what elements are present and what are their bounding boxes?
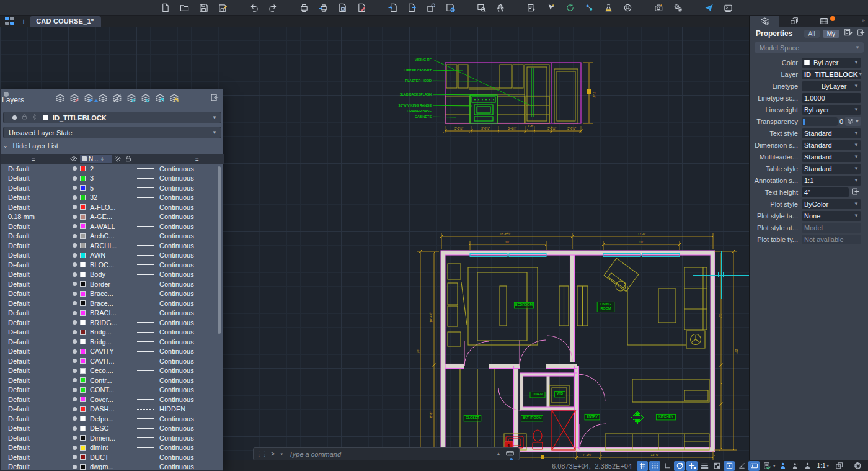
annot-visibility-caret[interactable]: ▾	[773, 464, 776, 469]
value-select[interactable]: ID_TITLEBLOCK▼	[802, 70, 861, 79]
layer-row[interactable]: DefaultCAVIT...Continuous	[1, 356, 224, 366]
layer-row[interactable]: DefaultCover...Continuous	[1, 395, 224, 405]
layer-on-icon[interactable]	[141, 93, 151, 105]
current-layer-dropdown[interactable]: ID_TITLEBLOCK ▼	[3, 112, 221, 123]
command-bar-grip[interactable]: ⋮⋮	[256, 451, 267, 457]
layer-unlock-icon[interactable]	[169, 93, 179, 105]
value-select[interactable]: 1:1▼	[802, 176, 861, 186]
command-history-toggle[interactable]: ▲	[496, 451, 501, 457]
layer-row[interactable]: DefaultBRIDG...Continuous	[1, 318, 224, 328]
command-bar[interactable]: ⋮⋮ >_ ▾ Type a command ▲	[253, 447, 520, 460]
tab-properties[interactable]	[750, 16, 779, 27]
layer-row[interactable]: DefaultCeco....Continuous	[1, 366, 224, 376]
grid-toggle-icon[interactable]	[637, 461, 648, 471]
ortho-toggle-icon[interactable]	[662, 461, 673, 471]
layer-row[interactable]: DefaultBrace...Continuous	[1, 289, 224, 299]
layer-row[interactable]: DefaultdimintContinuous	[1, 443, 224, 453]
hide-layer-list-toggle[interactable]: ⌄ Hide Layer List	[3, 142, 58, 150]
layer-isolate-icon[interactable]	[112, 93, 122, 105]
value-select[interactable]: ByLayer▼	[802, 105, 861, 115]
freeze-column-icon[interactable]	[114, 155, 122, 164]
layer-merge-icon[interactable]	[98, 93, 108, 105]
value-select[interactable]: Standard▼	[802, 140, 861, 150]
tab-sheets[interactable]	[809, 16, 839, 27]
menu-icon[interactable]: ≡	[32, 156, 35, 163]
snap-toggle-icon[interactable]	[649, 461, 660, 471]
layer-list-scrollbar[interactable]	[218, 166, 221, 334]
layer-row[interactable]: DefaultContr...Continuous	[1, 375, 224, 385]
polar-toggle-icon[interactable]	[674, 461, 685, 471]
layer-row[interactable]: DefaultDUCTContinuous	[1, 452, 224, 462]
value-input[interactable]: 1.0000	[802, 93, 861, 103]
filter-my-button[interactable]: My	[823, 30, 839, 38]
value-select[interactable]: Standard▼	[802, 164, 861, 174]
osnap-toggle-icon[interactable]	[724, 461, 735, 471]
layer-row[interactable]: DefaultA-FLO...Continuous	[1, 202, 224, 212]
prompt-caret-icon[interactable]: ▾	[280, 452, 283, 457]
layer-row[interactable]: DefaultBorderContinuous	[1, 279, 224, 289]
layer-row[interactable]: DefaultBridg...Continuous	[1, 337, 224, 347]
layer-row[interactable]: DefaultBridg...Continuous	[1, 328, 224, 338]
value-select[interactable]: ByColor▼	[802, 199, 861, 209]
layer-lock-icon[interactable]	[155, 93, 165, 105]
layer-new-icon[interactable]	[84, 93, 94, 105]
layer-row[interactable]: DefaultDefpo...Continuous	[1, 414, 224, 424]
layer-row[interactable]: Default5Continuous	[1, 183, 224, 193]
layer-list-column-header[interactable]: ≡ N... ⇕ ≡	[1, 154, 224, 164]
layer-row[interactable]: DefaultARCHI...Continuous	[1, 241, 224, 251]
transparency-layers-button[interactable]: ▼	[845, 117, 861, 126]
name-column-sort[interactable]: N... ⇕	[80, 155, 112, 163]
customization-gear-icon[interactable]	[852, 461, 863, 471]
annot-visibility-toggle-icon[interactable]	[761, 461, 772, 471]
hatch-toggle-icon[interactable]	[711, 461, 722, 471]
annot-auto-toggle-icon[interactable]	[790, 461, 801, 471]
layer-row[interactable]: DefaultDASH...HIDDEN	[1, 405, 224, 415]
panel-dock-icon[interactable]	[857, 28, 865, 39]
otrack-toggle-icon[interactable]	[686, 461, 698, 471]
annotation-scale-dropdown[interactable]: 1:1▾	[817, 462, 831, 469]
visibility-column-icon[interactable]	[70, 155, 78, 164]
layer-row[interactable]: DefaultDESCContinuous	[1, 424, 224, 434]
layer-edit-icon[interactable]	[69, 93, 79, 105]
value-select[interactable]: Standard▼	[802, 152, 861, 162]
annot-sync-toggle-icon[interactable]	[777, 461, 789, 471]
layer-row[interactable]: DefaultCAVITYContinuous	[1, 347, 224, 357]
transparency-slider[interactable]	[802, 117, 838, 126]
layer-row[interactable]: DefaultCONT...Continuous	[1, 385, 224, 395]
value-select[interactable]: None▼	[802, 211, 861, 221]
text-height-input[interactable]: 4"	[802, 187, 849, 197]
layer-row[interactable]: Default2Continuous	[1, 164, 224, 174]
text-height-icon[interactable]	[851, 187, 859, 198]
command-input[interactable]: Type a command	[289, 451, 496, 458]
lineweight-toggle-icon[interactable]	[699, 461, 710, 471]
space-selector[interactable]: Model Space ▼	[755, 42, 864, 53]
dyninput-toggle-icon[interactable]	[748, 461, 760, 471]
edit-properties-icon[interactable]	[844, 28, 852, 39]
annot-scale-toggle-icon[interactable]	[802, 461, 813, 471]
settings-menu-icon[interactable]: ≡	[195, 156, 199, 163]
layer-row[interactable]: DefaultAWNContinuous	[1, 251, 224, 261]
more-tabs-icon[interactable]: »	[862, 16, 868, 27]
layer-row[interactable]: DefaultBLOC...Continuous	[1, 260, 224, 270]
value-select[interactable]: Standard▼	[802, 128, 861, 138]
layer-row[interactable]: DefaultArchC...Continuous	[1, 231, 224, 241]
lock-column-icon[interactable]	[125, 155, 132, 164]
layer-row[interactable]: 0.18 mmA-GE...Continuous	[1, 212, 224, 222]
layer-row[interactable]: Defaultdwgm...Continuous	[1, 462, 224, 471]
selection-cycling-icon[interactable]	[833, 461, 844, 471]
layer-row[interactable]: DefaultDimen...Continuous	[1, 433, 224, 443]
layer-row[interactable]: DefaultA-WALLContinuous	[1, 222, 224, 231]
layer-row[interactable]: DefaultBrace...Continuous	[1, 298, 224, 308]
tab-content[interactable]	[779, 16, 809, 27]
layer-states-icon[interactable]	[55, 93, 65, 105]
linetype-select[interactable]: ByLayer▼	[802, 81, 861, 91]
layer-row[interactable]: Default3Continuous	[1, 174, 224, 184]
layer-row[interactable]: DefaultBodyContinuous	[1, 270, 224, 280]
layer-state-dropdown[interactable]: Unsaved Layer State ▼	[3, 127, 221, 138]
palette-dock-icon[interactable]	[210, 93, 219, 104]
color-select[interactable]: ByLayer▼	[802, 58, 861, 68]
layer-settings-icon[interactable]	[126, 93, 136, 105]
filter-all-button[interactable]: All	[804, 30, 820, 38]
layer-row[interactable]: DefaultBRACI...Continuous	[1, 308, 224, 318]
layer-row[interactable]: Default32Continuous	[1, 193, 224, 203]
